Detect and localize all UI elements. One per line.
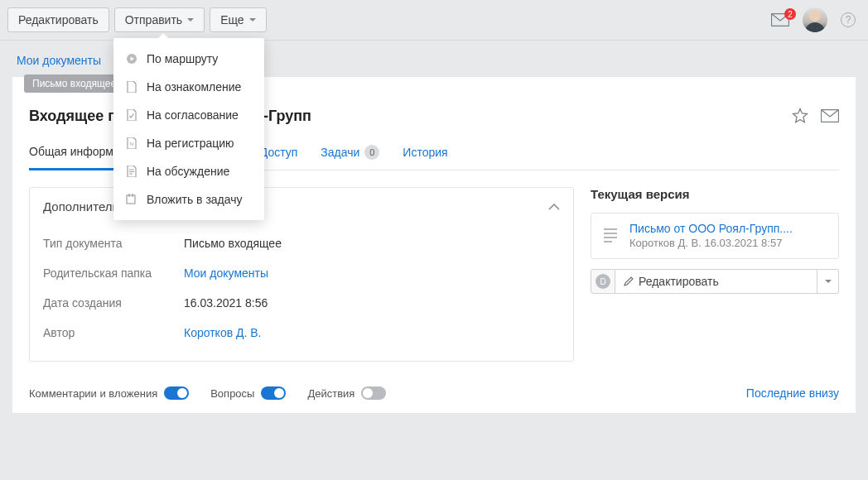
- edit-badge-letter: D: [596, 274, 610, 289]
- info-label: Дата создания: [43, 296, 184, 310]
- pencil-icon: [624, 276, 634, 286]
- info-grid: Тип документа Письмо входящее Родительск…: [30, 225, 573, 361]
- info-value: Письмо входящее: [184, 237, 282, 250]
- edit-button[interactable]: Редактировать: [7, 7, 109, 32]
- caret-down-icon: [249, 18, 256, 22]
- toggle-comments: Комментарии и вложения: [29, 386, 189, 400]
- caret-down-icon: [825, 280, 832, 283]
- toolbar-right: 2 ?: [771, 7, 856, 32]
- more-button-label: Еще: [220, 13, 244, 26]
- dropdown-item-registration[interactable]: N На регистрацию: [113, 129, 264, 157]
- breadcrumb-link-mydocs[interactable]: Мои документы: [17, 54, 101, 67]
- send-button[interactable]: Отправить: [114, 7, 205, 32]
- edit-version-button[interactable]: Редактировать: [615, 269, 817, 294]
- tab-access[interactable]: Доступ: [260, 145, 298, 170]
- caret-down-icon: [187, 18, 194, 22]
- info-row-author: Автор Коротков Д. В.: [43, 318, 560, 348]
- chevron-up-icon: [548, 204, 560, 210]
- info-label: Тип документа: [43, 237, 184, 250]
- dropdown-item-label: На согласование: [147, 108, 239, 122]
- version-text: Письмо от ООО Роял-Групп.... Коротков Д.…: [629, 222, 793, 250]
- tab-tasks-label: Задачи: [321, 146, 359, 159]
- info-value-link[interactable]: Мои документы: [184, 266, 268, 280]
- dropdown-item-label: На обсуждение: [147, 165, 229, 178]
- help-icon[interactable]: ?: [841, 12, 856, 27]
- toggle-comments-label: Комментарии и вложения: [29, 387, 157, 400]
- version-card[interactable]: Письмо от ООО Роял-Групп.... Коротков Д.…: [591, 213, 839, 259]
- avatar[interactable]: [803, 7, 827, 32]
- notifications-count: 2: [784, 8, 796, 20]
- version-meta: Коротков Д. В. 16.03.2021 8:57: [629, 237, 793, 249]
- mail-button[interactable]: [821, 107, 839, 125]
- document-lines-icon: [125, 165, 138, 178]
- title-actions: [791, 107, 839, 125]
- mail-icon: [821, 109, 839, 122]
- play-icon: [125, 52, 138, 65]
- notifications-button[interactable]: 2: [771, 13, 789, 26]
- document-number-icon: N: [125, 137, 138, 150]
- more-button[interactable]: Еще: [210, 7, 267, 32]
- dropdown-item-discussion[interactable]: На обсуждение: [113, 157, 264, 185]
- info-value: 16.03.2021 8:56: [184, 296, 268, 310]
- info-row-created: Дата создания 16.03.2021 8:56: [43, 288, 560, 318]
- toolbar: Редактировать Отправить Еще 2 ? По маршр…: [0, 0, 868, 41]
- dropdown-item-label: По маршруту: [147, 52, 218, 65]
- version-header: Текущая версия: [591, 187, 839, 201]
- dropdown-item-label: На регистрацию: [147, 137, 234, 150]
- toggle-questions: Вопросы: [210, 386, 286, 400]
- version-panel: Текущая версия Письмо от ООО Роял-Групп.…: [591, 187, 839, 362]
- send-dropdown: По маршруту На ознакомление На согласова…: [113, 38, 264, 220]
- edit-badge[interactable]: D: [591, 269, 615, 294]
- toggle-questions-label: Вопросы: [210, 387, 254, 400]
- panel-header[interactable]: Дополнительная информация: [30, 188, 573, 225]
- document-type-pill: Письмо входящее: [24, 74, 124, 93]
- info-label: Автор: [43, 326, 184, 339]
- dropdown-item-label: Вложить в задачу: [147, 193, 243, 206]
- document-icon: [125, 80, 138, 94]
- dropdown-item-review[interactable]: На ознакомление: [113, 73, 264, 101]
- dropdown-item-route[interactable]: По маршруту: [113, 45, 264, 73]
- toggle-actions-label: Действия: [307, 387, 354, 400]
- footer: Комментарии и вложения Вопросы Действия …: [12, 378, 856, 413]
- toggle-actions: Действия: [307, 386, 386, 400]
- document-lines-icon: [600, 222, 621, 250]
- tab-history[interactable]: История: [403, 145, 447, 170]
- dropdown-item-approval[interactable]: На согласование: [113, 101, 264, 129]
- star-icon: [792, 108, 808, 124]
- info-value-link[interactable]: Коротков Д. В.: [184, 326, 262, 339]
- info-label: Родительская папка: [43, 266, 184, 280]
- edit-version-label: Редактировать: [639, 275, 719, 288]
- dropdown-item-attach-task[interactable]: Вложить в задачу: [113, 185, 264, 214]
- edit-version-caret[interactable]: [817, 269, 839, 294]
- send-button-label: Отправить: [125, 13, 182, 26]
- additional-info-panel: Дополнительная информация Тип документа …: [29, 187, 574, 362]
- info-row-type: Тип документа Письмо входящее: [43, 228, 560, 258]
- star-button[interactable]: [791, 107, 809, 125]
- svg-text:N: N: [130, 142, 133, 146]
- tab-tasks[interactable]: Задачи 0: [321, 145, 379, 170]
- document-check-icon: [125, 108, 138, 122]
- attach-icon: [125, 193, 138, 206]
- edit-version-row: D Редактировать: [591, 269, 839, 294]
- info-row-folder: Родительская папка Мои документы: [43, 258, 560, 288]
- tasks-count: 0: [364, 145, 379, 160]
- dropdown-item-label: На ознакомление: [147, 80, 241, 94]
- svg-rect-6: [127, 195, 135, 204]
- version-file-link[interactable]: Письмо от ООО Роял-Групп....: [629, 222, 793, 235]
- toggle-actions-switch[interactable]: [361, 386, 386, 400]
- toggle-questions-switch[interactable]: [261, 386, 286, 400]
- sort-latest-bottom[interactable]: Последние внизу: [746, 386, 839, 400]
- toggle-comments-switch[interactable]: [164, 386, 189, 400]
